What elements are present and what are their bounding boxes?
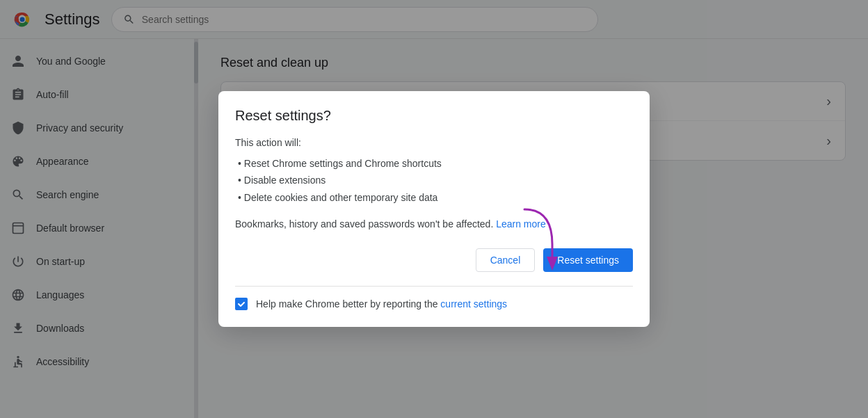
current-settings-link[interactable]: current settings (440, 298, 507, 310)
modal-overlay: Reset settings? This action will: • Rese… (0, 0, 868, 418)
dialog-body: This action will: • Reset Chrome setting… (235, 135, 633, 232)
dialog-note-text: Bookmarks, history and saved passwords w… (235, 218, 493, 230)
dialog-bullet-3: • Delete cookies and other temporary sit… (238, 190, 633, 205)
dialog-action-text: This action will: (235, 135, 633, 150)
reset-dialog: Reset settings? This action will: • Rese… (218, 91, 650, 328)
dialog-bullet-2: • Disable extensions (238, 172, 633, 188)
checkbox-label-text: Help make Chrome better by reporting the… (256, 298, 507, 310)
cancel-button[interactable]: Cancel (476, 248, 536, 272)
dialog-title: Reset settings? (235, 108, 633, 124)
help-chrome-checkbox[interactable] (235, 298, 248, 310)
reset-settings-button[interactable]: Reset settings (543, 248, 633, 272)
learn-more-link[interactable]: Learn more (496, 218, 546, 230)
checkbox-row: Help make Chrome better by reporting the… (235, 286, 633, 310)
dialog-bullet-1: • Reset Chrome settings and Chrome short… (238, 156, 633, 171)
dialog-note: Bookmarks, history and saved passwords w… (235, 216, 633, 232)
checkbox-text-static: Help make Chrome better by reporting the (256, 298, 437, 310)
dialog-buttons: Cancel Reset settings (235, 248, 633, 272)
